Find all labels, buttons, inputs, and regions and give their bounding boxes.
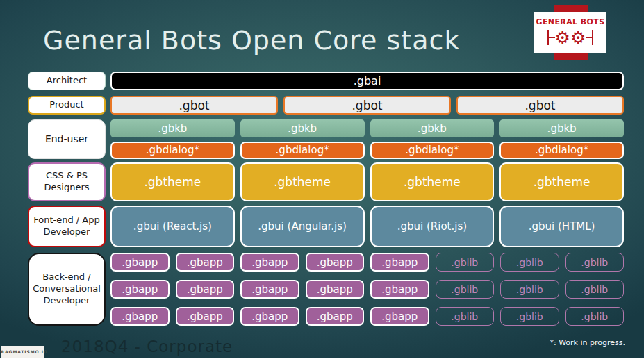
gbkb-box: .gbkb [499,119,624,137]
gbtheme-box: .gbtheme [499,162,624,201]
gbapp-box: .gbapp [306,253,365,272]
gbkb-row: .gbkb .gbkb .gbkb .gbkb [110,119,624,137]
gbui-box: .gbui (React.js) [110,206,235,247]
slide: General Bots Open Core stack GENERAL BOT… [0,0,644,359]
gbot-box: .gbot [110,96,278,115]
pragmatismo-brand-box: PRAGMATISMO.IO [1,346,44,358]
role-label-architect: Architect [28,72,106,90]
gbtheme-row: .gbtheme .gbtheme .gbtheme .gbtheme [110,162,624,201]
gblib-box: .gblib [500,253,559,272]
gblib-box: .gblib [565,253,625,272]
gears-icon: ⚙ ⚙ [547,27,594,48]
gear-icon: ⚙ [570,29,586,47]
gbui-row: .gbui (React.js) .gbui (Angular.js) .gbu… [110,206,624,247]
gbapp-box: .gbapp [176,253,235,272]
work-in-progress-footnote: *: Work in progress. [550,338,625,347]
gblib-box: .gblib [565,280,625,299]
row-designers: CSS & PS Designers .gbtheme .gbtheme .gb… [28,162,624,201]
page-title: General Bots Open Core stack [43,25,460,56]
gblib-box: .gblib [565,307,625,326]
gbapp-box: .gbapp [176,307,235,326]
gbapp-gblib-row: .gbapp .gbapp .gbapp .gbapp .gbapp .gbli… [110,307,624,326]
gbdialog-box: .gbdialog* [370,142,495,160]
row-back-end: Back-end / Conversational Developer .gba… [28,253,624,326]
gbapp-box: .gbapp [306,280,365,299]
gblib-box: .gblib [436,280,495,299]
gblib-box: .gblib [436,307,495,326]
gbapp-box: .gbapp [240,307,299,326]
gbapp-box: .gbapp [370,253,429,272]
role-label-product: Product [28,96,106,115]
back-end-stack: .gbapp .gbapp .gbapp .gbapp .gbapp .gbli… [110,253,624,326]
general-bots-logo: GENERAL BOTS ⚙ ⚙ [534,12,606,53]
gbapp-box: .gbapp [110,307,170,326]
gbapp-gblib-row: .gbapp .gbapp .gbapp .gbapp .gbapp .gbli… [110,253,624,272]
gear-end-bar [592,30,593,45]
gear-icon: ⚙ [555,29,570,47]
gbot-box: .gbot [283,96,451,115]
gbapp-box: .gbapp [240,280,299,299]
role-label-back-end: Back-end / Conversational Developer [28,253,106,326]
row-end-user: End-user .gbkb .gbkb .gbkb .gbkb .gbdial… [28,119,624,159]
gbapp-box: .gbapp [240,253,299,272]
gbot-box: .gbot [456,96,624,115]
gbapp-box: .gbapp [370,307,429,326]
gbapp-box: .gbapp [306,307,365,326]
gbtheme-box: .gbtheme [240,162,365,201]
gblib-box: .gblib [500,307,559,326]
role-label-end-user: End-user [28,119,106,159]
gbdialog-box: .gbdialog* [499,142,624,160]
pragmatismo-brand-label: PRAGMATISMO.IO [0,349,48,354]
gblib-box: .gblib [436,253,495,272]
gbkb-box: .gbkb [110,119,235,137]
gbtheme-box: .gbtheme [110,162,235,201]
gear-axle-line [549,37,555,38]
role-label-css-ps-designers: CSS & PS Designers [28,162,106,201]
stack-diagram: Architect .gbai Product .gbot .gbot .gbo… [28,72,624,326]
gbdialog-box: .gbdialog* [240,142,365,160]
gbdialog-row: .gbdialog* .gbdialog* .gbdialog* .gbdial… [110,142,624,160]
gbapp-gblib-row: .gbapp .gbapp .gbapp .gbapp .gbapp .gbli… [110,280,624,299]
end-user-stack: .gbkb .gbkb .gbkb .gbkb .gbdialog* .gbdi… [110,119,624,159]
gbkb-box: .gbkb [240,119,365,137]
gbai-box: .gbai [110,72,624,90]
footer-caption: 2018Q4 - Corporate [61,337,233,356]
gbtheme-box: .gbtheme [370,162,495,201]
gbapp-box: .gbapp [176,280,235,299]
logo-wordmark: GENERAL BOTS [536,17,604,26]
gbkb-box: .gbkb [370,119,495,137]
gbot-row: .gbot .gbot .gbot [110,96,624,115]
row-front-end: Font-end / App Developer .gbui (React.js… [28,206,624,247]
gbui-box: .gbui (Riot.js) [370,206,495,247]
gblib-box: .gblib [500,280,559,299]
row-product: Product .gbot .gbot .gbot [28,96,624,115]
role-label-front-end: Font-end / App Developer [28,206,106,247]
gbapp-box: .gbapp [370,280,429,299]
row-architect: Architect .gbai [28,72,624,90]
gbui-box: .gbui (Angular.js) [240,206,365,247]
gbdialog-box: .gbdialog* [110,142,235,160]
gbapp-box: .gbapp [110,280,170,299]
gear-axle-line [586,37,592,38]
gbapp-box: .gbapp [110,253,170,272]
gbui-box: .gbui (HTML) [499,206,624,247]
